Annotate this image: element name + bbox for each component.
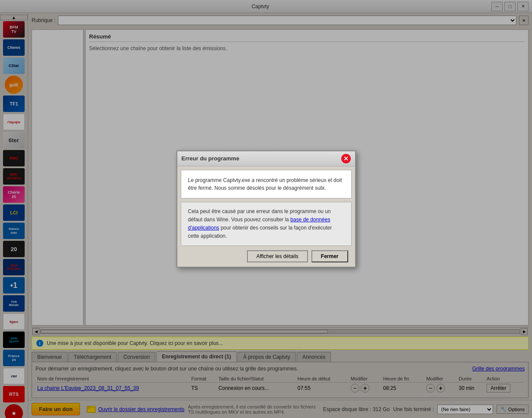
show-details-button[interactable]: Afficher les détails (247, 250, 308, 262)
modal-close-icon-btn[interactable]: ✕ (341, 154, 351, 163)
modal-body: Le programme Captvty.exe a rencontré un … (181, 170, 352, 198)
modal-footer: Afficher les détails Fermer (177, 246, 355, 267)
close-modal-button[interactable]: Fermer (311, 250, 348, 262)
modal-titlebar: Erreur du programme ✕ (177, 151, 355, 166)
modal-body-text: Le programme Captvty.exe a rencontré un … (188, 176, 344, 192)
modal-title: Erreur du programme (182, 155, 240, 162)
error-modal: Erreur du programme ✕ Le programme Captv… (176, 150, 356, 268)
modal-detail: Cela peut être causé par une erreur dans… (181, 202, 352, 246)
modal-overlay: Erreur du programme ✕ Le programme Captv… (0, 0, 532, 418)
